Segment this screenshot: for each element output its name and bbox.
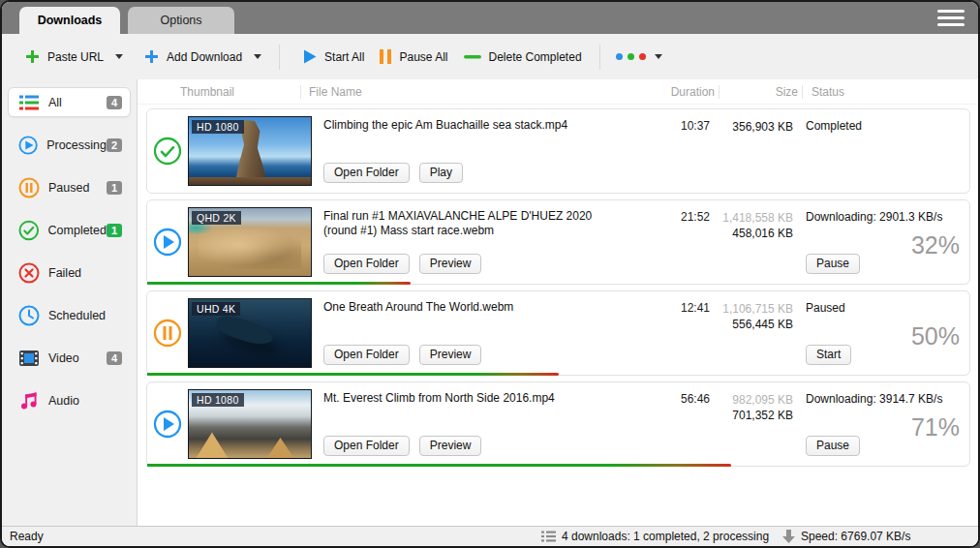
size-value: 458,016 KB <box>710 226 793 241</box>
downloading-state-icon <box>153 228 182 257</box>
tab-options[interactable]: Options <box>128 7 234 34</box>
failed-icon <box>18 262 40 284</box>
sidebar-label-video: Video <box>48 351 79 365</box>
sidebar-item-failed[interactable]: Failed <box>8 258 131 288</box>
start-button[interactable]: Start <box>806 345 851 365</box>
size-total-value: 1,418,558 KB <box>710 210 793 226</box>
open-folder-button[interactable]: Open Folder <box>323 345 410 365</box>
completed-icon <box>18 220 40 241</box>
sidebar-label-audio: Audio <box>48 394 79 408</box>
column-size[interactable]: Size <box>719 85 802 99</box>
column-thumbnail[interactable]: Thumbnail <box>176 85 300 99</box>
audio-note-icon <box>18 390 40 411</box>
pause-button[interactable]: Pause <box>806 436 860 456</box>
chevron-down-icon[interactable] <box>254 54 261 59</box>
add-download-button[interactable]: Add Download <box>137 44 269 70</box>
open-folder-button[interactable]: Open Folder <box>323 254 410 274</box>
speed-down-arrow-icon <box>782 530 795 543</box>
count-badge-paused: 1 <box>107 181 122 195</box>
count-badge-completed: 1 <box>107 224 122 237</box>
app-window: Downloads Options Paste URL Add Download… <box>0 0 980 548</box>
scheduled-icon <box>18 305 40 326</box>
download-row-2[interactable]: QHD 2K Final run #1 MAXIAVALANCHE ALPE D… <box>146 199 970 285</box>
downloading-state-icon <box>153 410 182 439</box>
column-file-name[interactable]: File Name <box>300 85 643 99</box>
size-value: 356,903 KB <box>710 119 793 135</box>
download-row-3[interactable]: UHD 4K One Breath Around The World.webm … <box>146 290 970 376</box>
file-name: Final run #1 MAXIAVALANCHE ALPE D'HUEZ 2… <box>323 209 595 238</box>
column-status[interactable]: Status <box>802 85 978 99</box>
sidebar-item-audio[interactable]: Audio <box>8 385 131 415</box>
preview-button[interactable]: Preview <box>419 436 482 456</box>
sidebar-label-scheduled: Scheduled <box>48 309 106 322</box>
quality-badge: UHD 4K <box>192 302 240 316</box>
size-value: 701,352 KB <box>710 408 793 423</box>
menu-icon[interactable] <box>937 10 965 26</box>
sidebar-label-processing: Processing <box>46 138 107 152</box>
duration-value: 10:37 <box>634 109 710 193</box>
progress-bar <box>147 282 411 285</box>
duration-value: 21:52 <box>634 200 710 284</box>
red-dot-icon <box>639 53 646 60</box>
sidebar-item-scheduled[interactable]: Scheduled <box>8 300 131 330</box>
speed-value: Speed: 6769.07 KB/s <box>801 530 910 543</box>
completed-state-icon <box>153 137 182 166</box>
sidebar-item-video[interactable]: Video 4 <box>8 343 131 373</box>
download-row-4[interactable]: HD 1080 Mt. Everest Climb from North Sid… <box>146 381 970 467</box>
pause-button[interactable]: Pause <box>806 254 860 274</box>
pause-all-button[interactable]: Pause All <box>372 44 455 70</box>
size-total-value: 982,095 KB <box>710 392 793 408</box>
open-folder-button[interactable]: Open Folder <box>323 163 410 183</box>
download-row-1[interactable]: HD 1080 Climbing the epic Am Buachaille … <box>146 108 970 194</box>
count-badge-all: 4 <box>107 96 122 109</box>
downloads-summary: 4 downloads: 1 completed, 2 processing <box>562 530 769 543</box>
video-thumbnail[interactable]: HD 1080 <box>188 116 312 186</box>
size-total-value: 1,106,715 KB <box>710 301 793 317</box>
toolbar-separator <box>279 45 280 70</box>
duration-value: 12:41 <box>634 291 710 375</box>
sidebar-item-processing[interactable]: Processing 2 <box>8 130 131 160</box>
sidebar-label-failed: Failed <box>48 266 81 280</box>
video-thumbnail[interactable]: UHD 4K <box>188 298 312 368</box>
status-ready: Ready <box>2 530 44 543</box>
pause-icon <box>380 49 391 64</box>
plus-icon <box>144 49 159 64</box>
tab-downloads[interactable]: Downloads <box>19 7 120 34</box>
add-download-label: Add Download <box>167 50 242 64</box>
paste-url-button[interactable]: Paste URL <box>17 44 131 70</box>
delete-completed-button[interactable]: Delete Completed <box>456 45 590 70</box>
body: All 4 Processing 2 Paused 1 <box>2 79 978 526</box>
preview-button[interactable]: Preview <box>419 345 482 365</box>
downloads-summary-icon <box>541 531 556 542</box>
open-folder-button[interactable]: Open Folder <box>323 436 410 456</box>
more-actions-button[interactable] <box>610 47 668 66</box>
paused-state-icon <box>153 319 182 348</box>
dash-icon <box>464 54 481 60</box>
green-dot-icon <box>628 53 634 60</box>
video-film-icon <box>18 349 40 368</box>
rows-container: HD 1080 Climbing the epic Am Buachaille … <box>138 105 978 526</box>
progress-percent: 32% <box>911 231 960 259</box>
count-badge-processing: 2 <box>107 138 122 152</box>
sidebar-item-paused[interactable]: Paused 1 <box>8 172 131 202</box>
tab-bar: Downloads Options <box>2 2 978 34</box>
progress-percent: 50% <box>911 322 960 350</box>
status-text: Downloading: 2901.3 KB/s <box>806 210 962 224</box>
play-button[interactable]: Play <box>419 163 463 183</box>
start-all-button[interactable]: Start All <box>295 44 372 70</box>
column-duration[interactable]: Duration <box>643 85 719 99</box>
file-name: One Breath Around The World.webm <box>323 300 595 315</box>
pause-all-label: Pause All <box>399 50 447 64</box>
video-thumbnail[interactable]: QHD 2K <box>188 207 312 277</box>
sidebar-item-all[interactable]: All 4 <box>8 87 131 117</box>
chevron-down-icon[interactable] <box>115 54 123 59</box>
sidebar-item-completed[interactable]: Completed 1 <box>8 215 131 245</box>
video-thumbnail[interactable]: HD 1080 <box>188 389 312 459</box>
all-list-icon <box>18 94 40 111</box>
status-text: Paused <box>806 301 962 315</box>
progress-bar <box>147 373 559 376</box>
quality-badge: HD 1080 <box>192 393 244 407</box>
preview-button[interactable]: Preview <box>419 254 482 274</box>
file-name: Mt. Everest Climb from North Side 2016.m… <box>323 391 595 406</box>
quality-badge: QHD 2K <box>192 211 241 225</box>
